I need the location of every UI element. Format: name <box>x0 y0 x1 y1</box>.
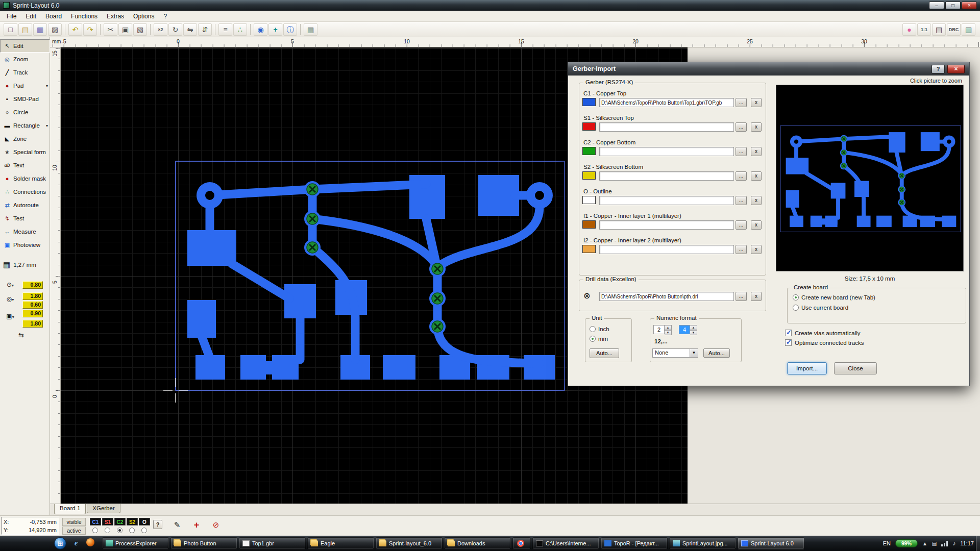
copy-icon[interactable]: ▣ <box>118 23 132 36</box>
close-button[interactable]: × <box>962 2 977 9</box>
layer-s2-path-field[interactable] <box>599 171 734 181</box>
menu-edit[interactable]: Edit <box>21 12 41 21</box>
taskbar-item-sprint-layout-folder[interactable]: Sprint-layout_6.0 <box>376 537 443 549</box>
layer-s1-path-field[interactable] <box>599 122 734 132</box>
layer-c1-browse-button[interactable]: ... <box>736 98 747 107</box>
snap-crosshair-icon[interactable]: + <box>190 518 203 532</box>
unit-auto-button[interactable]: Auto... <box>590 348 619 358</box>
firefox-icon[interactable] <box>85 538 96 549</box>
integer-digits-spinner[interactable]: 2 ▲▼ <box>653 325 672 334</box>
chevron-down-icon[interactable]: ▾ <box>46 123 48 128</box>
pad-drill-value[interactable]: 0.60 <box>22 301 43 309</box>
dialog-title-bar[interactable]: Gerber-Import ? × <box>568 62 969 76</box>
layer-chip-s2[interactable]: S2 <box>127 518 138 525</box>
layer-s1-color-swatch[interactable] <box>582 122 596 131</box>
grid-setting[interactable]: ▦ 1,27 mm <box>0 261 36 269</box>
layer-i1-path-field[interactable] <box>599 220 734 230</box>
sidebar-item-photoview[interactable]: ▣ Photoview <box>0 238 50 252</box>
create-vias-checkbox[interactable]: Create vias automatically <box>785 330 860 336</box>
sidebar-item-rectangle[interactable]: ▬ Rectangle ▾ <box>0 119 50 132</box>
block-icon[interactable]: ⊘ <box>209 518 223 532</box>
swap-values-icon[interactable]: ⇆ <box>18 331 24 339</box>
taskbar-item-top1-gbr[interactable]: Top1.gbr <box>239 537 306 549</box>
layer-c2-color-swatch[interactable] <box>582 147 596 155</box>
taskbar-item-sprintlayout-jpg[interactable]: SprintLayout.jpg... <box>669 537 736 549</box>
layer-o-color-swatch[interactable] <box>582 196 596 204</box>
pencil-icon[interactable]: ✎ <box>170 518 184 532</box>
optimize-tracks-checkbox[interactable]: Optimize connected tracks <box>785 339 864 346</box>
layer-i2-clear-button[interactable]: x <box>751 245 762 254</box>
taskbar-item-downloads[interactable]: Downloads <box>444 537 511 549</box>
layer-i2-color-swatch[interactable] <box>582 245 596 253</box>
sidebar-item-edit[interactable]: ↖ Edit <box>0 39 50 53</box>
track-width-icon[interactable]: ⊙▾ <box>4 281 16 288</box>
layer-s2-browse-button[interactable]: ... <box>736 171 747 181</box>
taskbar-item-sprint-layout[interactable]: Sprint-Layout 6.0 <box>738 537 804 549</box>
redo-icon[interactable]: ↷ <box>83 23 97 36</box>
drc-icon[interactable]: DRC <box>947 23 961 36</box>
smd-width-value[interactable]: 0.90 <box>22 310 43 317</box>
layer-i1-clear-button[interactable]: x <box>751 220 762 230</box>
pad-outer-value[interactable]: 1.80 <box>22 292 43 300</box>
save-icon[interactable]: ▥ <box>33 23 47 36</box>
tab-xgerber[interactable]: XGerber <box>87 504 120 513</box>
unit-inch-option[interactable]: Inch <box>590 326 609 332</box>
active-layer-radio-c1[interactable] <box>92 528 98 533</box>
battery-indicator[interactable]: 99% <box>895 539 918 547</box>
unit-mm-option[interactable]: mm <box>590 336 608 342</box>
sidebar-item-zoom[interactable]: ◎ Zoom <box>0 53 50 66</box>
layer-i2-browse-button[interactable]: ... <box>736 245 747 254</box>
show-desktop-button[interactable] <box>976 536 980 551</box>
layer-c2-clear-button[interactable]: x <box>751 147 762 156</box>
new-file-icon[interactable]: □ <box>4 23 17 36</box>
minimize-button[interactable]: – <box>929 2 944 9</box>
sidebar-item-track[interactable]: ╱ Track <box>0 66 50 79</box>
print-icon[interactable]: ▨ <box>48 23 62 36</box>
mirror-vertical-icon[interactable]: ⇵ <box>198 23 212 36</box>
menu-file[interactable]: File <box>2 12 21 21</box>
chevron-down-icon[interactable]: ▾ <box>46 84 48 88</box>
import-button[interactable]: Import... <box>787 362 827 374</box>
layer-chip-c2[interactable]: C2 <box>114 518 126 525</box>
network-icon[interactable] <box>941 541 948 546</box>
undo-icon[interactable]: ↶ <box>68 23 82 36</box>
active-layer-radio-s2[interactable] <box>129 528 135 533</box>
taskbar-item-chrome[interactable] <box>512 537 531 549</box>
layer-c2-browse-button[interactable]: ... <box>736 147 747 156</box>
sidebar-item-autoroute[interactable]: ⇄ Autoroute <box>0 198 50 212</box>
dialog-help-button[interactable]: ? <box>932 65 945 73</box>
layer-o-clear-button[interactable]: x <box>751 196 762 205</box>
active-layer-radio-c2[interactable] <box>117 528 122 533</box>
chevron-down-icon[interactable]: ▾ <box>12 315 14 319</box>
taskbar-item-processexplorer[interactable]: ProcessExplorer <box>102 537 169 549</box>
use-current-board-option[interactable]: Use current board <box>793 305 848 311</box>
volume-icon[interactable]: ♪ <box>952 540 955 547</box>
dialog-close-button[interactable]: Close <box>834 362 877 374</box>
mirror-horizontal-icon[interactable]: ⇋ <box>183 23 197 36</box>
pad-size-icon[interactable]: ◎▾ <box>4 295 16 303</box>
sidebar-item-circle[interactable]: ○ Circle <box>0 106 50 119</box>
sidebar-item-measure[interactable]: ↔ Measure <box>0 225 50 238</box>
menu-help[interactable]: ? <box>159 12 172 21</box>
layer-help-button[interactable]: ? <box>153 520 162 529</box>
smd-height-value[interactable]: 1.80 <box>22 320 43 328</box>
sidebar-item-connections[interactable]: ∴ Connections <box>0 185 50 198</box>
layer-i2-path-field[interactable] <box>599 245 734 254</box>
spin-down-icon[interactable]: ▼ <box>665 330 672 335</box>
chevron-down-icon[interactable]: ▼ <box>690 349 698 357</box>
layer-i1-browse-button[interactable]: ... <box>736 220 747 230</box>
layer-chip-s1[interactable]: S1 <box>102 518 113 525</box>
language-indicator[interactable]: EN <box>883 540 891 546</box>
spin-up-icon[interactable]: ▲ <box>690 325 697 330</box>
layer-chip-o[interactable]: O <box>139 518 150 525</box>
sidebar-item-test[interactable]: ↯ Test <box>0 212 50 225</box>
layer-s2-color-swatch[interactable] <box>582 171 596 180</box>
layer-o-path-field[interactable] <box>599 196 734 205</box>
show-hidden-icons[interactable]: ▲ <box>922 541 927 546</box>
layer-chip-c1[interactable]: C1 <box>90 518 101 525</box>
menu-extras[interactable]: Extras <box>102 12 129 21</box>
layer-o-browse-button[interactable]: ... <box>736 196 747 205</box>
paste-icon[interactable]: ▧ <box>133 23 147 36</box>
component2-icon[interactable]: ▥ <box>962 23 975 36</box>
sidebar-item-special-form[interactable]: ★ Special form <box>0 145 50 159</box>
